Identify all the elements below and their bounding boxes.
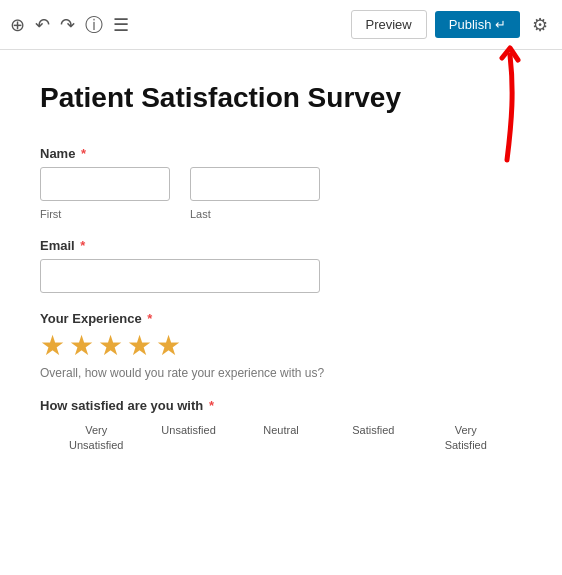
undo-icon[interactable]: ↶	[35, 14, 50, 36]
toolbar-left: ⊕ ↶ ↷ ⓘ ☰	[10, 13, 129, 37]
first-name-input[interactable]	[40, 167, 170, 201]
scale-neutral: Neutral	[246, 423, 316, 452]
name-field-group: Name * First Last	[40, 146, 522, 220]
email-required: *	[77, 238, 86, 253]
email-field-group: Email *	[40, 238, 522, 293]
publish-button[interactable]: Publish ↵	[435, 11, 520, 38]
name-sub-labels: First Last	[40, 205, 522, 220]
experience-hint: Overall, how would you rate your experie…	[40, 366, 522, 380]
preview-button[interactable]: Preview	[351, 10, 427, 39]
first-name-sublabel: First	[40, 208, 170, 220]
satisfaction-label: How satisfied are you with *	[40, 398, 522, 413]
redo-icon[interactable]: ↷	[60, 14, 75, 36]
info-icon[interactable]: ⓘ	[85, 13, 103, 37]
experience-required: *	[144, 311, 153, 326]
email-input[interactable]	[40, 259, 320, 293]
satisfaction-required: *	[205, 398, 214, 413]
toolbar: ⊕ ↶ ↷ ⓘ ☰ Preview Publish ↵ ⚙	[0, 0, 562, 50]
satisfaction-field-group: How satisfied are you with * VeryUnsatis…	[40, 398, 522, 452]
star-3[interactable]: ★	[98, 332, 123, 360]
survey-title: Patient Satisfaction Survey	[40, 80, 522, 116]
scale-headers: VeryUnsatisfied Unsatisfied Neutral Sati…	[40, 423, 522, 452]
email-label: Email *	[40, 238, 522, 253]
scale-satisfied: Satisfied	[338, 423, 408, 452]
menu-icon[interactable]: ☰	[113, 14, 129, 36]
settings-gear-button[interactable]: ⚙	[528, 10, 552, 40]
scale-unsatisfied: Unsatisfied	[154, 423, 224, 452]
name-label: Name *	[40, 146, 522, 161]
stars-row: ★ ★ ★ ★ ★	[40, 332, 522, 360]
add-icon[interactable]: ⊕	[10, 14, 25, 36]
last-name-sublabel: Last	[190, 208, 320, 220]
experience-field-group: Your Experience * ★ ★ ★ ★ ★ Overall, how…	[40, 311, 522, 380]
name-inputs-row	[40, 167, 522, 201]
star-5[interactable]: ★	[156, 332, 181, 360]
star-1[interactable]: ★	[40, 332, 65, 360]
experience-label: Your Experience *	[40, 311, 522, 326]
name-required: *	[77, 146, 86, 161]
scale-very-unsatisfied: VeryUnsatisfied	[61, 423, 131, 452]
star-2[interactable]: ★	[69, 332, 94, 360]
last-name-input[interactable]	[190, 167, 320, 201]
main-content: Patient Satisfaction Survey Name * First…	[0, 50, 562, 490]
star-4[interactable]: ★	[127, 332, 152, 360]
toolbar-right: Preview Publish ↵ ⚙	[351, 10, 553, 40]
scale-very-satisfied: VerySatisfied	[431, 423, 501, 452]
